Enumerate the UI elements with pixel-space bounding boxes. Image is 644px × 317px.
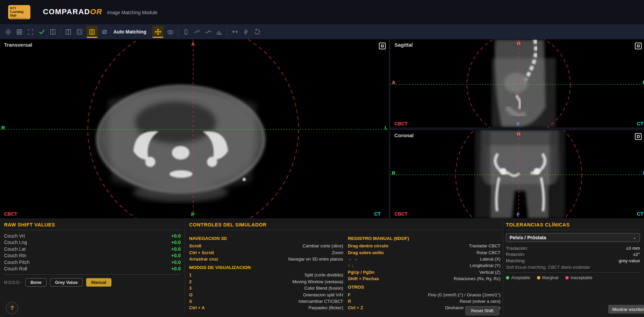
shift-row-couch-vrt: Couch Vrt+0.0 [4, 233, 181, 239]
viewport-coronal[interactable]: Coronal H R L F CBCT CT [390, 130, 644, 218]
show-desktop-button[interactable]: Mostrar escritorio [608, 305, 644, 314]
tolerance-preset-select[interactable]: Pelvis / Próstata ⌄ [506, 233, 640, 242]
tolerances-title: TOLERANCIAS CLÍNICAS [506, 222, 640, 230]
toolbar-separator [60, 28, 61, 36]
simulator-controls-panel: CONTROLES DEL SIMULADOR NAVEGACION 3D Sc… [189, 222, 501, 230]
viewport-title-transversal: Transversal [4, 42, 32, 48]
orientation-letter-feet: F [517, 121, 520, 127]
trend-line-icon[interactable] [191, 26, 203, 38]
crop-icon[interactable] [25, 26, 36, 38]
swap-horizontal-icon[interactable] [229, 26, 240, 38]
coronal-registration-overlay[interactable] [390, 130, 644, 218]
orientation-letter-anterior: A [392, 79, 395, 85]
shift-row-couch-roll: Couch Roll+0.0 [4, 266, 181, 272]
control-row: Arrastrar cruzNavegar en 3D entre planos [189, 256, 343, 262]
control-row: ↑ ↓Longitudinal (Y) [348, 262, 500, 269]
control-row: FFino (0.1mm/0.1°) / Grueso (1mm/1°) [348, 291, 500, 298]
controls-title: CONTROLES DEL SIMULADOR [189, 222, 501, 230]
control-row: 1Split (corte dividido) [189, 272, 343, 278]
modality-label-cbct: CBCT [394, 121, 408, 126]
move-icon[interactable] [152, 26, 163, 38]
raw-shift-title: RAW SHIFT VALUES [4, 222, 181, 230]
logo-tagline-decoration [10, 18, 28, 20]
shift-row-couch-lat: Couch Lat+0.0 [4, 246, 181, 252]
main-toolbar: Auto Matching [0, 24, 644, 40]
mode-button-bone[interactable]: Bone [25, 278, 47, 287]
page-subtitle: Image Matching Module [107, 10, 157, 15]
legend-marginal: Marginal [537, 275, 559, 280]
others-heading: OTROS [348, 285, 500, 291]
tolerance-row-matching: Matching:grey-value [506, 258, 640, 264]
control-row: 3Color Blend (fusion) [189, 285, 343, 291]
status-legend: Aceptable Marginal Inaceptable [506, 275, 640, 280]
shift-value: +0.0 [171, 240, 181, 245]
panel-divider [185, 221, 185, 313]
status-dot-acceptable [506, 276, 509, 279]
transversal-registration-overlay[interactable] [0, 40, 389, 218]
page-title: COMPARADOR [43, 7, 102, 16]
title-accent: OR [90, 7, 102, 16]
control-row: RReset (volver a cero) [348, 298, 500, 304]
status-dot-unacceptable [565, 276, 569, 279]
app-header: RTT Learning Hub COMPARADOR Image Matchi… [0, 0, 644, 24]
control-row: Drag sobre anilloRotar CBCT [348, 249, 500, 255]
phone-icon[interactable] [180, 26, 191, 38]
target-icon[interactable] [3, 26, 14, 38]
help-button[interactable]: ? [6, 302, 18, 314]
fullscreen-button[interactable] [379, 43, 386, 49]
shift-value: +0.0 [171, 246, 181, 252]
chevron-down-icon: ⌄ [633, 235, 636, 240]
control-row: ← →Lateral (X) [348, 256, 500, 262]
modality-label-ct: CT [637, 121, 643, 126]
raw-shift-panel: RAW SHIFT VALUES Couch Vrt+0.0 Couch Lng… [4, 222, 181, 287]
orientation-letter-right: R [392, 170, 395, 176]
moving-window-icon[interactable] [74, 26, 85, 38]
trend-line2-icon[interactable] [203, 26, 214, 38]
modality-label-ct: CT [637, 211, 643, 217]
blend-bars-icon[interactable] [86, 26, 98, 38]
fullscreen-button[interactable] [635, 133, 642, 140]
control-row: 2Moving Window (ventana) [189, 278, 343, 285]
control-row: Drag dentro circuloTrasladar CBCT [348, 243, 500, 249]
control-row: SIntercambiar CT/CBCT [189, 298, 343, 304]
fullscreen-button[interactable] [635, 43, 642, 49]
modality-label-cbct: CBCT [394, 211, 408, 217]
control-row: ScrollCambiar corte (slice) [189, 243, 343, 249]
undo-icon[interactable] [252, 26, 263, 38]
legend-acceptable: Aceptable [506, 275, 530, 280]
check-icon[interactable] [36, 26, 47, 38]
orientation-letter-right: R [1, 125, 5, 130]
circles-overlap-icon[interactable] [99, 26, 110, 38]
shift-value: +0.0 [171, 266, 181, 271]
viewport-divider-horizontal [390, 127, 644, 130]
orientation-letter-posterior: P [643, 79, 644, 85]
shift-row-couch-pitch: Couch Pitch+0.0 [4, 259, 181, 266]
split-view-icon[interactable] [47, 26, 58, 38]
window-split-icon[interactable] [63, 26, 74, 38]
orientation-letter-left: L [385, 125, 388, 130]
reset-shift-button[interactable]: Reset Shift [465, 306, 499, 315]
sagittal-registration-overlay[interactable] [390, 40, 644, 127]
tolerance-row-translation: Traslación:±3 mm [506, 245, 640, 251]
nav-3d-heading: NAVEGACION 3D [189, 236, 343, 243]
mode-button-manual[interactable]: Manual [86, 278, 111, 287]
viewport-transversal[interactable]: Transversal A R L P CBCT CT [0, 40, 389, 218]
mode-label: MODO: [4, 280, 22, 285]
histogram-icon[interactable] [214, 26, 225, 38]
viewport-title-sagittal: Sagittal [394, 42, 413, 48]
view-modes-heading: MODOS DE VISUALIZACION [189, 265, 343, 272]
clinical-tolerances-panel: TOLERANCIAS CLÍNICAS Pelvis / Próstata ⌄… [506, 222, 640, 280]
flash-icon[interactable] [240, 26, 252, 38]
bottom-panel: RAW SHIFT VALUES Couch Vrt+0.0 Couch Lng… [0, 218, 644, 317]
modality-label-ct: CT [374, 211, 381, 217]
tolerance-note: Soft tissue matching, CBCT diario estánd… [506, 265, 640, 270]
shift-value: +0.0 [171, 233, 181, 239]
divider [506, 272, 640, 273]
shift-row-couch-rtn: Couch Rtn+0.0 [4, 252, 181, 259]
orientation-letter-posterior: P [191, 211, 195, 217]
toolbar-separator [227, 28, 227, 36]
camera-icon[interactable] [165, 26, 176, 38]
viewport-sagittal[interactable]: Sagittal H A P F CBCT CT [390, 40, 644, 127]
mode-button-grey-value[interactable]: Grey Value [50, 278, 83, 287]
grid-icon[interactable] [14, 26, 25, 38]
